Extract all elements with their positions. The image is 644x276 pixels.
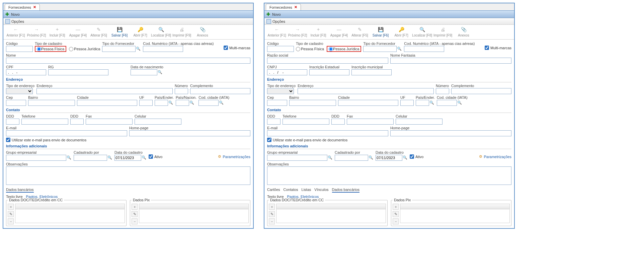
tab-fornecedores[interactable]: Fornecedores ✕ [266, 4, 301, 10]
edit-row-icon[interactable]: ✎ [269, 211, 275, 217]
observacoes-textarea[interactable] [6, 166, 250, 185]
tab-dados-banc-rios[interactable]: Dados bancários [332, 188, 360, 193]
lookup-icon[interactable]: 🔍 [66, 155, 72, 160]
rg-input[interactable] [48, 69, 108, 75]
options-label[interactable]: Opções [272, 19, 285, 23]
sub-tab-novo[interactable]: Novo [11, 12, 20, 16]
toolbar-incluir-f3-[interactable]: ＋Incluir [F3] [47, 26, 68, 37]
pix-grid[interactable] [400, 204, 510, 223]
utilizar-email-checkbox[interactable] [267, 138, 271, 142]
data-cadastro-input[interactable] [114, 155, 141, 161]
ddd-fax-input[interactable] [70, 119, 84, 125]
lookup-icon[interactable]: 🔍 [189, 100, 194, 105]
tab-dados-bancarios[interactable]: Dados bancários [6, 188, 34, 193]
toolbar-anterior-f1-[interactable]: ←Anterior [F1] [5, 26, 26, 37]
lookup-icon[interactable]: 🔍 [429, 100, 434, 105]
toolbar-anterior-f1-[interactable]: ←Anterior [F1] [266, 26, 287, 37]
edit-row-icon[interactable]: ✎ [393, 211, 399, 217]
observacoes-textarea[interactable] [267, 166, 511, 185]
delete-row-icon[interactable]: － [132, 218, 138, 224]
lookup-icon[interactable]: 🔍 [457, 100, 462, 105]
ativo-checkbox[interactable] [149, 154, 153, 159]
bairro-input[interactable] [28, 100, 75, 106]
nome-fantasia-input[interactable] [390, 58, 511, 64]
codigo-input[interactable] [267, 46, 294, 52]
toolbar-abrir-f7-[interactable]: 🔑Abrir [F7] [391, 26, 412, 37]
tab-v-nculos[interactable]: Vínculos [314, 188, 328, 193]
cod-cidade-input[interactable] [198, 100, 219, 106]
toolbar-anexos[interactable]: 📎Anexos [453, 26, 474, 37]
cnpj-input[interactable] [267, 69, 307, 75]
cadastrado-por-input[interactable] [335, 155, 368, 161]
telefone-input[interactable] [283, 119, 329, 125]
delete-row-icon[interactable]: － [269, 218, 275, 224]
lookup-icon[interactable]: 🔍 [327, 155, 333, 160]
toolbar-salvar-f6-[interactable]: 💾Salvar [F6] [109, 26, 130, 37]
toolbar-abrir-f7-[interactable]: 🔑Abrir [F7] [130, 26, 151, 37]
ddd-fax-input[interactable] [331, 119, 345, 125]
endereco-input[interactable] [298, 88, 434, 94]
lookup-icon[interactable]: 🔍 [168, 100, 173, 105]
lookup-icon[interactable]: 🔍 [402, 155, 408, 160]
edit-row-icon[interactable]: ✎ [132, 211, 138, 217]
toolbar-apagar-f4-[interactable]: —Apagar [F4] [329, 26, 349, 37]
data-cadastro-input[interactable] [376, 155, 402, 161]
pessoa-juridica-radio[interactable] [69, 47, 73, 51]
fax-input[interactable] [347, 119, 394, 125]
pix-grid[interactable] [139, 204, 249, 223]
email-input[interactable] [6, 130, 127, 136]
add-row-icon[interactable]: ＋ [8, 204, 14, 210]
numero-input[interactable] [175, 88, 188, 94]
email-input[interactable] [267, 130, 388, 136]
toolbar-anexos[interactable]: 📎Anexos [192, 26, 213, 37]
add-row-icon[interactable]: ＋ [393, 204, 399, 210]
tab-cart-es[interactable]: Cartões [267, 188, 280, 193]
close-icon[interactable]: ✕ [294, 5, 297, 9]
delete-row-icon[interactable]: － [393, 218, 399, 224]
lookup-icon[interactable]: 🔍 [157, 69, 163, 75]
tab-listas[interactable]: Listas [302, 188, 311, 193]
ativo-checkbox[interactable] [410, 154, 414, 159]
cod-cidade-input[interactable] [437, 100, 457, 106]
endereco-input[interactable] [36, 88, 173, 94]
bairro-input[interactable] [289, 100, 336, 106]
numero-input[interactable] [436, 88, 449, 94]
toolbar-imprimir-f9-[interactable]: 🖨Imprimir [F9] [171, 26, 192, 37]
telefone-input[interactable] [21, 119, 68, 125]
cpf-input[interactable] [6, 69, 46, 75]
tipo-end-select[interactable] [267, 88, 294, 94]
toolbar-localizar-f8-[interactable]: 🔍Localizar [F8] [412, 26, 432, 37]
multimarcas-checkbox[interactable] [224, 46, 228, 50]
toolbar-pr-ximo-f2-[interactable]: →Próximo [F2] [287, 26, 308, 37]
celular-input[interactable] [135, 119, 181, 125]
tipo-fornecedor-input[interactable] [102, 46, 136, 52]
homepage-input[interactable] [129, 130, 250, 136]
lookup-icon[interactable]: 🔍 [141, 155, 147, 160]
toolbar-salvar-f6-[interactable]: 💾Salvar [F6] [370, 26, 391, 37]
lookup-icon[interactable]: 🔍 [136, 46, 141, 51]
celular-input[interactable] [396, 119, 442, 125]
tab-fornecedores[interactable]: Fornecedores ✕ [5, 4, 40, 10]
cadastrado-por-input[interactable] [74, 155, 107, 161]
toolbar-pr-ximo-f2-[interactable]: →Próximo [F2] [26, 26, 47, 37]
pessoa-fisica-radio[interactable] [37, 47, 41, 51]
pessoa-juridica-radio[interactable] [329, 47, 333, 51]
homepage-input[interactable] [390, 130, 511, 136]
nome-input[interactable] [6, 58, 250, 64]
fax-input[interactable] [86, 119, 133, 125]
edit-row-icon[interactable]: ✎ [8, 211, 14, 217]
lookup-icon[interactable]: 🔍 [219, 100, 224, 105]
complemento-input[interactable] [190, 88, 250, 94]
doc-grid[interactable] [276, 204, 386, 223]
insc-municipal-input[interactable] [351, 69, 392, 75]
codigo-input[interactable] [6, 46, 33, 52]
cod-numerico-input[interactable] [143, 46, 183, 52]
add-row-icon[interactable]: ＋ [132, 204, 138, 210]
uf-input[interactable] [139, 100, 153, 106]
toolbar-imprimir-f9-[interactable]: 🖨Imprimir [F9] [432, 26, 453, 37]
tipo-fornecedor-input[interactable] [363, 46, 397, 52]
grupo-emp-input[interactable] [6, 155, 66, 161]
parametrizacoes-link[interactable]: ⚙Parametrizações [218, 154, 250, 159]
tipo-end-select[interactable] [6, 88, 33, 94]
sub-tab-novo[interactable]: Novo [272, 12, 281, 16]
